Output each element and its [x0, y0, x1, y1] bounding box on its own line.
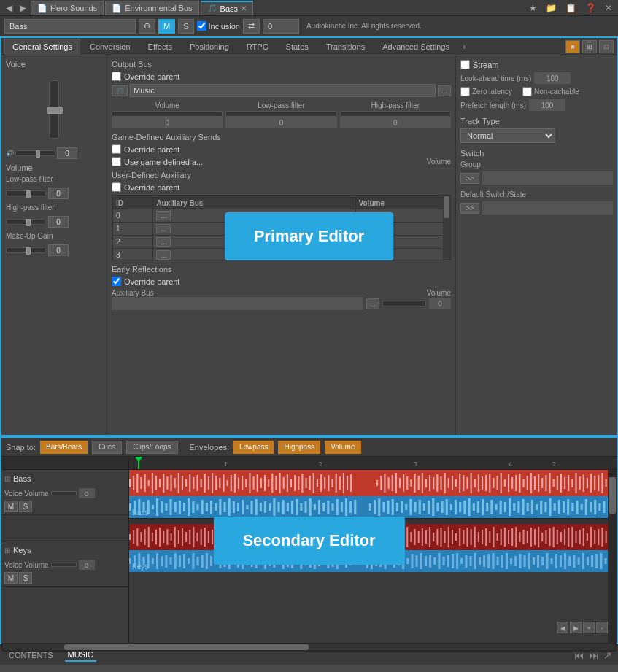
- tab-general-settings[interactable]: General Settings: [4, 39, 80, 55]
- env-lowpass[interactable]: Lowpass: [233, 441, 274, 454]
- pin-button[interactable]: ★: [526, 1, 540, 15]
- snap-clips-loops[interactable]: Clips/Loops: [126, 441, 177, 454]
- default-input[interactable]: [482, 201, 613, 215]
- close-window-button[interactable]: ✕: [602, 1, 615, 15]
- early-bus-input[interactable]: [112, 297, 363, 310]
- aux-scrollbar[interactable]: [443, 196, 450, 260]
- lowpass-h-slider[interactable]: [6, 190, 46, 196]
- bass-s-button[interactable]: S: [19, 501, 32, 512]
- bass-expand-icon[interactable]: ⊞: [4, 475, 10, 483]
- aux-browse-btn-2[interactable]: ...: [156, 237, 171, 247]
- view-btn-2[interactable]: ⊞: [582, 40, 597, 53]
- early-override-checkbox[interactable]: [112, 277, 121, 286]
- voice-slider-thumb[interactable]: [47, 107, 63, 114]
- track-type-select[interactable]: Normal Random Step Sequence Step Switch: [460, 128, 555, 143]
- bass-m-button[interactable]: M: [4, 501, 18, 512]
- tl-btn-minus[interactable]: -: [596, 622, 608, 633]
- highpass-h-slider[interactable]: [6, 219, 46, 225]
- tab-states[interactable]: States: [278, 39, 317, 55]
- tl-btn-right[interactable]: ▶: [570, 622, 582, 633]
- back-button[interactable]: ◀: [3, 1, 15, 15]
- tab-transitions[interactable]: Transitions: [318, 39, 373, 55]
- aux-bus-0[interactable]: ...: [153, 209, 355, 223]
- tl-btn-left[interactable]: ◀: [557, 622, 568, 633]
- aux-browse-btn-0[interactable]: ...: [156, 211, 171, 220]
- timeline-scrollbar-thumb[interactable]: [609, 477, 616, 514]
- early-browse-button[interactable]: ...: [366, 298, 379, 309]
- timeline-content[interactable]: 1 2 3 4 2: [129, 457, 617, 643]
- hp-filter-slider[interactable]: [340, 111, 451, 117]
- game-override-checkbox[interactable]: [112, 144, 121, 154]
- tab-hero-sounds[interactable]: 📄 Hero Sounds: [31, 1, 104, 15]
- group-input[interactable]: [482, 171, 613, 185]
- tab-rtpc[interactable]: RTPC: [239, 39, 277, 55]
- keys-expand-icon[interactable]: ⊞: [4, 547, 10, 555]
- non-cachable-checkbox[interactable]: [522, 87, 532, 96]
- aux-bus-1[interactable]: ...: [153, 223, 355, 236]
- aux-browse-btn-3[interactable]: ...: [156, 250, 171, 260]
- makeup-slider-thumb[interactable]: [26, 247, 31, 255]
- env-highpass[interactable]: Highpass: [278, 441, 320, 454]
- volume-h-slider[interactable]: [15, 150, 55, 156]
- scrollbar-track[interactable]: [3, 644, 615, 650]
- aux-bus-3[interactable]: ...: [153, 249, 355, 261]
- lp-filter-slider[interactable]: [225, 111, 336, 117]
- default-btn[interactable]: >>: [460, 203, 479, 214]
- tab-bass[interactable]: 🎵 Bass ✕: [201, 1, 253, 15]
- early-vol-slider[interactable]: [382, 301, 426, 306]
- m-button[interactable]: M: [158, 19, 175, 34]
- aux-vol-0[interactable]: 0: [355, 209, 449, 223]
- target-button[interactable]: ⊕: [139, 19, 155, 34]
- forward-button[interactable]: ▶: [17, 1, 29, 15]
- keys-s-button[interactable]: S: [19, 572, 32, 584]
- user-override-checkbox[interactable]: [112, 182, 121, 192]
- vol-filter-slider[interactable]: [112, 111, 223, 117]
- lookahead-value[interactable]: 100: [534, 72, 571, 84]
- help-button[interactable]: ❓: [582, 1, 599, 15]
- tab-advanced-settings[interactable]: Advanced Settings: [374, 39, 457, 55]
- snap-cues[interactable]: Cues: [92, 441, 122, 454]
- bass-vol-slider[interactable]: [51, 491, 77, 495]
- hp-filter-value[interactable]: 0: [340, 117, 451, 128]
- share-icon-button[interactable]: ⇄: [243, 19, 260, 34]
- makeup-value[interactable]: 0: [48, 244, 69, 256]
- inclusion-checkbox[interactable]: [197, 21, 206, 31]
- aux-vol-2[interactable]: 0: [355, 236, 449, 249]
- tab-environmental-bus[interactable]: 📄 Environmental Bus: [105, 1, 198, 15]
- stream-checkbox[interactable]: [460, 60, 470, 69]
- output-override-checkbox[interactable]: [112, 72, 121, 81]
- aux-scrollbar-thumb[interactable]: [444, 196, 449, 218]
- volume-value[interactable]: 0: [57, 147, 77, 159]
- prefetch-value[interactable]: 100: [529, 99, 565, 111]
- bus-browse-button[interactable]: ...: [438, 85, 451, 96]
- folder-button[interactable]: 📁: [543, 1, 560, 15]
- timeline-scrollbar[interactable]: [608, 470, 617, 643]
- use-game-checkbox[interactable]: [112, 157, 121, 166]
- aux-bus-2[interactable]: ...: [153, 236, 355, 249]
- early-vol-value[interactable]: 0: [429, 298, 451, 309]
- playhead[interactable]: [138, 457, 139, 469]
- env-volume[interactable]: Volume: [325, 441, 360, 454]
- aux-browse-btn-1[interactable]: ...: [156, 224, 171, 233]
- vol-filter-value[interactable]: 0: [112, 117, 223, 128]
- voice-volume-slider[interactable]: [49, 80, 59, 139]
- bass-vol-value[interactable]: 0: [79, 488, 95, 498]
- lowpass-slider-thumb[interactable]: [26, 190, 31, 198]
- aux-table-scroll[interactable]: ID Auxiliary Bus Volume 0 ...: [112, 195, 451, 260]
- zero-latency-checkbox[interactable]: [460, 87, 470, 96]
- tab-effects[interactable]: Effects: [140, 39, 180, 55]
- keys-vol-slider[interactable]: [51, 563, 77, 567]
- aux-vol-3[interactable]: 0: [355, 249, 449, 261]
- tl-btn-plus[interactable]: +: [583, 622, 595, 633]
- highpass-value[interactable]: 0: [48, 216, 69, 228]
- share-count-input[interactable]: [263, 19, 299, 34]
- view-btn-1[interactable]: ■: [565, 40, 580, 53]
- keys-vol-value[interactable]: 0: [79, 560, 95, 570]
- group-btn[interactable]: >>: [460, 173, 479, 184]
- layout-button[interactable]: 📋: [563, 1, 579, 15]
- address-input[interactable]: [4, 19, 136, 34]
- horizontal-scrollbar[interactable]: [1, 643, 617, 652]
- snap-bars-beats[interactable]: Bars/Beats: [40, 441, 88, 454]
- tab-positioning[interactable]: Positioning: [182, 39, 237, 55]
- highpass-slider-thumb[interactable]: [26, 219, 31, 226]
